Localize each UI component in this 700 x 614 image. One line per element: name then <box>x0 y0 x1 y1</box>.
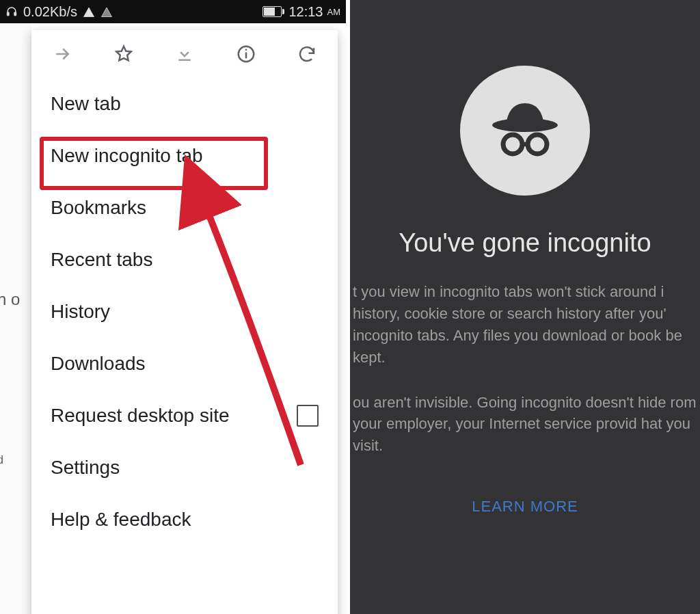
menu-item-label: New tab <box>51 93 121 115</box>
status-right: 12:13 AM <box>262 4 340 20</box>
star-icon <box>113 44 134 64</box>
menu-item-new-tab[interactable]: New tab <box>31 78 338 130</box>
svg-rect-0 <box>7 12 9 16</box>
clock-time: 12:13 <box>288 4 323 20</box>
menu-item-history[interactable]: History <box>31 286 338 338</box>
svg-point-7 <box>503 135 522 154</box>
menu-item-bookmarks[interactable]: Bookmarks <box>31 182 338 234</box>
menu-item-settings[interactable]: Settings <box>31 442 338 494</box>
status-left: 0.02Kb/s <box>5 4 113 20</box>
search-text-fragment: h o <box>0 290 31 309</box>
signal-icon <box>83 5 95 18</box>
left-panel: 0.02Kb/s 12:13 AM h o d <box>0 0 350 614</box>
incognito-paragraph-2: ou aren't invisible. Going incognito doe… <box>353 392 697 457</box>
menu-list: New tab New incognito tab Bookmarks Rece… <box>31 71 338 614</box>
svg-point-4 <box>245 49 247 51</box>
reload-button[interactable] <box>295 42 319 66</box>
status-bar: 0.02Kb/s 12:13 AM <box>0 0 346 23</box>
svg-rect-1 <box>14 12 16 16</box>
clock-suffix: AM <box>327 7 341 17</box>
download-icon <box>174 44 195 64</box>
incognito-icon <box>484 90 566 172</box>
signal-secondary-icon <box>100 5 113 18</box>
menu-item-label: Bookmarks <box>51 197 146 219</box>
menu-item-recent-tabs[interactable]: Recent tabs <box>31 234 338 286</box>
forward-button[interactable] <box>51 42 74 66</box>
incognito-badge <box>460 66 590 196</box>
menu-item-help-feedback[interactable]: Help & feedback <box>31 494 338 546</box>
menu-item-request-desktop[interactable]: Request desktop site <box>31 390 338 442</box>
network-speed: 0.02Kb/s <box>23 4 77 20</box>
menu-item-label: New incognito tab <box>51 145 203 167</box>
info-button[interactable] <box>234 42 258 66</box>
download-button[interactable] <box>173 42 196 66</box>
chrome-menu-popup: New tab New incognito tab Bookmarks Rece… <box>31 30 338 614</box>
svg-point-8 <box>528 135 547 154</box>
menu-item-label: Help & feedback <box>51 509 191 531</box>
info-icon <box>236 44 256 64</box>
reload-icon <box>297 44 317 64</box>
bookmark-button[interactable] <box>112 42 135 66</box>
background-strip: h o d <box>0 23 31 614</box>
incognito-title: You've gone incognito <box>350 228 700 258</box>
incognito-paragraph-1: t you view in incognito tabs won't stick… <box>353 281 697 369</box>
battery-icon <box>262 6 282 17</box>
menu-item-label: Request desktop site <box>51 405 230 427</box>
card-text-fragment: d <box>0 454 31 466</box>
incognito-panel: You've gone incognito t you view in inco… <box>350 0 700 614</box>
headphones-icon <box>5 5 18 18</box>
icon-row <box>31 30 338 71</box>
menu-item-label: Downloads <box>51 353 146 375</box>
menu-item-label: History <box>51 301 110 323</box>
menu-item-new-incognito-tab[interactable]: New incognito tab <box>31 130 338 182</box>
learn-more-link[interactable]: LEARN MORE <box>350 498 700 516</box>
incognito-content: You've gone incognito t you view in inco… <box>350 0 700 516</box>
menu-item-label: Settings <box>51 457 120 479</box>
menu-item-downloads[interactable]: Downloads <box>31 338 338 390</box>
desktop-site-checkbox[interactable] <box>297 405 319 427</box>
arrow-forward-icon <box>52 44 72 64</box>
menu-item-label: Recent tabs <box>51 249 152 271</box>
